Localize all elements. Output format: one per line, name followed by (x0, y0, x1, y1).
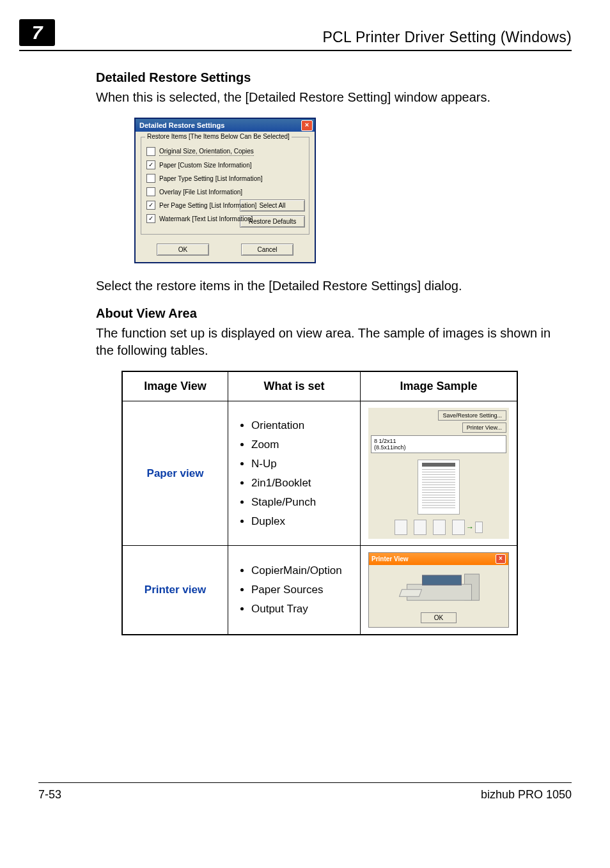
printer-view-sample: Printer View × OK (368, 552, 509, 628)
cancel-button[interactable]: Cancel (241, 244, 293, 256)
close-icon[interactable]: × (301, 120, 313, 131)
list-item: 2in1/Booklet (251, 477, 352, 490)
paper-size-1: 8 1/2x11 (374, 438, 503, 444)
list-item: Staple/Punch (251, 496, 352, 509)
list-item: Orientation (251, 419, 352, 432)
view-area-table: Image View What is set Image Sample Pape… (121, 371, 518, 635)
label-watermark: Watermark [Text List Information] (159, 215, 253, 222)
label-paper-custom: Paper [Custom Size Information] (159, 162, 252, 169)
ok-button[interactable]: OK (421, 612, 457, 623)
paper-size-2: (8.5x11inch) (374, 444, 503, 451)
list-item: Output Tray (251, 603, 352, 616)
printer-icon (400, 571, 477, 601)
table-header-image-sample: Image Sample (361, 371, 518, 401)
printer-view-items: CopierMain/Option Paper Sources Output T… (236, 564, 352, 616)
row-paper-view-label: Paper view (122, 401, 228, 546)
printer-view-title: Printer View (371, 555, 409, 562)
ok-button[interactable]: OK (157, 244, 209, 256)
dialog-title: Detailed Restore Settings (139, 121, 224, 129)
save-restore-button[interactable]: Save/Restore Setting... (438, 410, 506, 421)
paper-view-sample: Save/Restore Setting... Printer View... … (368, 408, 509, 539)
row-printer-view-label: Printer view (122, 546, 228, 635)
preview-output-icon: → (452, 520, 483, 535)
printer-view-button[interactable]: Printer View... (462, 422, 506, 433)
list-item: CopierMain/Option (251, 564, 352, 577)
product-name: bizhub PRO 1050 (481, 788, 572, 802)
page-preview-icon (418, 460, 460, 515)
heading-detailed-restore: Detailed Restore Settings (96, 70, 572, 85)
label-original-size: Original Size, Orientation, Copies (159, 148, 254, 156)
preview-icon (395, 520, 407, 535)
chapter-number: 7 (19, 19, 55, 46)
list-item: Duplex (251, 515, 352, 528)
checkbox-paper-type[interactable] (146, 174, 155, 183)
intro-text-2: The function set up is displayed on view… (96, 325, 572, 359)
dialog-legend: Restore Items [The Items Below Can Be Se… (145, 133, 292, 140)
after-dialog-text: Select the restore items in the [Detaile… (96, 277, 572, 295)
table-header-what-is-set: What is set (228, 371, 361, 401)
page-number: 7-53 (38, 788, 61, 802)
list-item: N-Up (251, 458, 352, 470)
label-overlay: Overlay [File List Information] (159, 189, 242, 196)
checkbox-watermark[interactable] (146, 214, 155, 223)
checkbox-original-size[interactable] (146, 147, 155, 156)
label-paper-type: Paper Type Setting [List Information] (159, 175, 263, 182)
checkbox-per-page[interactable] (146, 201, 155, 210)
paper-view-items: Orientation Zoom N-Up 2in1/Booklet Stapl… (236, 419, 352, 528)
preview-icon (433, 520, 446, 535)
preview-icon (414, 520, 426, 535)
table-header-image-view: Image View (122, 371, 228, 401)
heading-about-view-area: About View Area (96, 306, 572, 321)
list-item: Zoom (251, 438, 352, 451)
close-icon[interactable]: × (496, 554, 506, 564)
page-section-title: PCL Printer Driver Setting (Windows) (322, 29, 572, 46)
checkbox-paper-custom[interactable] (146, 160, 155, 169)
checkbox-overlay[interactable] (146, 187, 155, 196)
detailed-restore-dialog: Detailed Restore Settings × Restore Item… (134, 118, 316, 263)
list-item: Paper Sources (251, 584, 352, 596)
intro-text-1: When this is selected, the [Detailed Res… (96, 89, 572, 106)
label-per-page: Per Page Setting [List Information] (159, 202, 256, 209)
